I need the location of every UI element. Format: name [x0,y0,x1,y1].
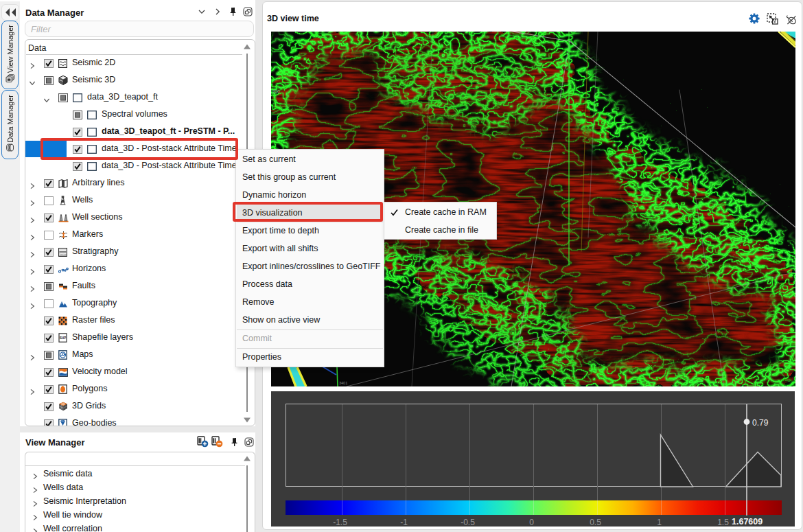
svg-text:3401: 3401 [339,381,347,385]
svg-text:SHP: SHP [60,336,66,339]
svg-text:200: 200 [272,89,280,94]
